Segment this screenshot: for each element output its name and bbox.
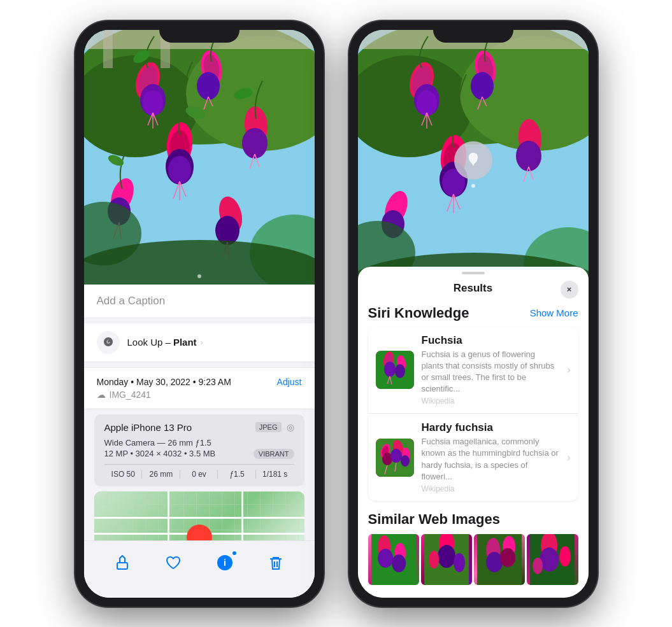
svg-point-120: [533, 558, 543, 574]
siri-button[interactable]: [454, 141, 492, 180]
exif-ev: 0 ev: [180, 470, 218, 479]
svg-point-110: [454, 553, 465, 572]
hardy-thumbnail: [376, 439, 414, 477]
home-indicator-right: [441, 600, 505, 603]
filename-row: ☁ IMG_4241: [97, 390, 302, 400]
share-button[interactable]: [111, 551, 134, 574]
siri-dot: [471, 184, 475, 188]
delete-button[interactable]: [264, 551, 287, 574]
svg-point-27: [242, 128, 268, 159]
similar-grid: [368, 534, 578, 585]
similar-section: Similar Web Images: [368, 511, 578, 585]
filename-text: IMG_4241: [110, 390, 151, 400]
fuchsia-desc: Fuchsia is a genus of flowering plants t…: [422, 349, 560, 395]
date-row: Monday • May 30, 2022 • 9:23 AM Adjust: [97, 377, 302, 387]
svg-rect-45: [117, 563, 127, 569]
svg-point-103: [378, 549, 393, 568]
fuchsia-thumbnail: [376, 351, 414, 389]
lookup-label: Look Up – Plant ›: [127, 337, 203, 348]
hardy-desc: Fuchsia magellanica, commonly known as t…: [422, 436, 560, 483]
exif-iso: ISO 50: [104, 470, 143, 479]
notch-right: [433, 21, 513, 43]
exif-row: ISO 50 26 mm 0 ev ƒ1.5 1/181 s: [104, 464, 294, 479]
results-title: Results: [454, 282, 492, 295]
svg-point-105: [392, 554, 406, 572]
camera-model: Apple iPhone 13 Pro: [104, 422, 192, 433]
results-header: Results ×: [358, 274, 589, 300]
camera-header: Apple iPhone 13 Pro JPEG ◎: [104, 422, 294, 433]
similar-image-1[interactable]: [368, 534, 419, 585]
svg-point-100: [401, 455, 410, 467]
exif-shutter: 1/181 s: [256, 470, 294, 479]
exif-aperture: ƒ1.5: [218, 470, 256, 479]
svg-point-88: [395, 364, 405, 378]
hardy-chevron: ›: [567, 452, 570, 463]
exif-focal: 26 mm: [142, 470, 180, 479]
similar-image-3[interactable]: [474, 534, 525, 585]
favorite-button[interactable]: [162, 551, 185, 574]
hardy-name: Hardy fuchsia: [422, 421, 560, 434]
svg-point-10: [143, 90, 163, 116]
siri-knowledge-header: Siri Knowledge Show More: [368, 300, 578, 327]
left-screen: Add a Caption Look Up – Plant ›: [84, 30, 315, 598]
adjust-button[interactable]: Adjust: [277, 377, 302, 387]
siri-knowledge-title: Siri Knowledge: [368, 305, 469, 321]
svg-point-16: [197, 72, 220, 100]
svg-point-115: [500, 548, 515, 567]
camera-section: Apple iPhone 13 Pro JPEG ◎ Wide Camera —…: [94, 414, 304, 486]
hardy-source: Wikipedia: [422, 484, 560, 493]
right-phone: Results × Siri Knowledge Show More: [349, 21, 597, 607]
knowledge-item-fuchsia[interactable]: Fuchsia Fuchsia is a genus of flowering …: [368, 327, 578, 414]
fuchsia-source: Wikipedia: [422, 397, 560, 405]
knowledge-card: Fuchsia Fuchsia is a genus of flowering …: [368, 327, 578, 502]
show-more-button[interactable]: Show More: [530, 307, 578, 318]
svg-point-86: [384, 362, 396, 377]
camera-details: Wide Camera — 26 mm ƒ1.5: [104, 438, 294, 447]
page-indicator-dot: [197, 274, 201, 278]
caption-area[interactable]: Add a Caption: [84, 285, 315, 318]
svg-text:i: i: [224, 558, 226, 568]
jpeg-badge: JPEG: [255, 422, 282, 432]
svg-point-64: [471, 72, 494, 100]
home-indicator: [168, 600, 231, 603]
left-phone: Add a Caption Look Up – Plant ›: [75, 21, 324, 607]
svg-point-96: [390, 449, 402, 463]
metadata-section: Monday • May 30, 2022 • 9:23 AM Adjust ☁…: [84, 367, 315, 409]
caption-placeholder: Add a Caption: [97, 295, 166, 307]
svg-point-75: [516, 141, 541, 171]
knowledge-item-hardy[interactable]: Hardy fuchsia Fuchsia magellanica, commo…: [368, 414, 578, 501]
date-text: Monday • May 30, 2022 • 9:23 AM: [97, 377, 231, 387]
fuchsia-name: Fuchsia: [422, 334, 560, 347]
camera-details2: 12 MP • 3024 × 4032 • 3.5 MB VIBRANT: [104, 449, 294, 459]
svg-point-22: [168, 156, 191, 184]
fuchsia-info: Fuchsia Fuchsia is a genus of flowering …: [422, 334, 560, 406]
lookup-row[interactable]: Look Up – Plant ›: [84, 323, 315, 362]
hardy-info: Hardy fuchsia Fuchsia magellanica, commo…: [422, 421, 560, 493]
fuchsia-chevron: ›: [567, 364, 570, 376]
svg-point-119: [559, 546, 571, 567]
info-button[interactable]: i: [213, 551, 236, 574]
similar-title: Similar Web Images: [368, 511, 578, 528]
notch: [159, 21, 239, 43]
right-screen: Results × Siri Knowledge Show More: [358, 30, 589, 598]
photo-section[interactable]: [84, 30, 315, 285]
similar-image-2[interactable]: [421, 534, 472, 585]
svg-point-108: [438, 545, 455, 568]
results-scroll[interactable]: Siri Knowledge Show More: [358, 300, 589, 598]
similar-image-4[interactable]: [527, 534, 578, 585]
svg-rect-5: [103, 30, 113, 68]
svg-point-113: [486, 552, 503, 572]
location-icon: ◎: [287, 422, 294, 432]
cloud-icon: ☁: [97, 390, 106, 400]
results-panel: Results × Siri Knowledge Show More: [358, 267, 589, 598]
flower-image: [84, 30, 315, 285]
lookup-icon: [97, 331, 120, 354]
results-close-button[interactable]: ×: [561, 281, 578, 299]
svg-point-109: [429, 551, 439, 568]
bottom-toolbar: i: [84, 540, 315, 598]
vibrant-badge: VIBRANT: [254, 449, 294, 459]
svg-point-58: [417, 90, 437, 116]
